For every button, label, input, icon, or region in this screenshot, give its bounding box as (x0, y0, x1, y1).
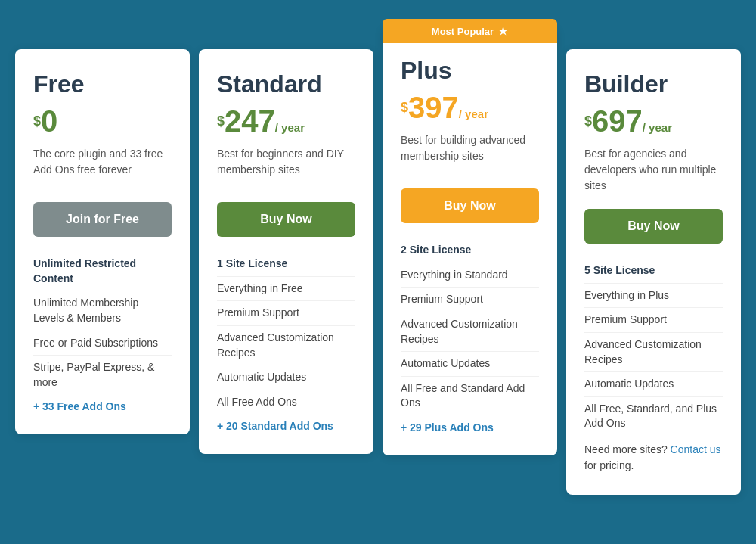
pricing-container: Free $0 The core plugin and 33 free Add … (15, 49, 741, 495)
feature-item: Premium Support (401, 287, 539, 312)
plan-description-free: The core plugin and 33 free Add Ons free… (33, 146, 172, 187)
feature-item: Automatic Updates (217, 365, 355, 390)
features-list-free: Unlimited Restricted ContentUnlimited Me… (33, 252, 172, 394)
feature-item: Unlimited Restricted Content (33, 252, 172, 291)
feature-item: 1 Site License (217, 252, 355, 276)
features-list-plus: 2 Site LicenseEverything in StandardPrem… (401, 238, 539, 415)
cta-button-builder[interactable]: Buy Now (584, 209, 723, 244)
features-list-standard: 1 Site LicenseEverything in FreePremium … (217, 252, 355, 414)
dollar-sign: $ (33, 113, 41, 129)
feature-item: Automatic Updates (584, 371, 723, 396)
plan-name-plus: Plus (401, 57, 539, 85)
cta-button-free[interactable]: Join for Free (33, 202, 172, 237)
price-amount: 397 (408, 91, 459, 124)
plan-price-free: $0 (33, 104, 172, 138)
star-icon: ★ (498, 25, 508, 37)
feature-item: Free or Paid Subscriptions (33, 331, 172, 356)
contact-link-builder[interactable]: Contact us (671, 443, 721, 455)
price-amount: 0 (41, 104, 57, 138)
dollar-sign: $ (584, 113, 592, 129)
feature-item: Automatic Updates (401, 351, 539, 376)
features-list-builder: 5 Site LicenseEverything in PlusPremium … (584, 259, 723, 436)
feature-item: Stripe, PayPal Express, & more (33, 355, 172, 394)
feature-item: Everything in Standard (401, 263, 539, 288)
plan-card-plus: Most Popular ★ Plus $397/ year Best for … (383, 26, 557, 455)
feature-item: All Free, Standard, and Plus Add Ons (584, 396, 723, 436)
feature-item: All Free and Standard Add Ons (401, 376, 539, 415)
plan-card-standard: Standard $247/ year Best for beginners a… (199, 49, 373, 454)
contact-text-builder: Need more sites? Contact us for pricing. (584, 442, 723, 474)
dollar-sign: $ (217, 113, 225, 129)
feature-item: Premium Support (584, 307, 723, 332)
plan-price-builder: $697/ year (584, 104, 723, 138)
feature-item: Advanced Customization Recipes (217, 325, 355, 365)
plan-card-builder: Builder $697/ year Best for agencies and… (566, 49, 741, 495)
feature-item: 2 Site License (401, 238, 539, 263)
plan-name-builder: Builder (584, 70, 723, 98)
price-amount: 247 (225, 104, 275, 138)
feature-item: Premium Support (217, 300, 355, 325)
feature-item: Everything in Plus (584, 283, 723, 308)
dollar-sign: $ (401, 100, 408, 115)
price-period: / year (275, 121, 305, 134)
popular-badge: Most Popular ★ (383, 19, 557, 43)
feature-item: Advanced Customization Recipes (401, 312, 539, 351)
feature-item: Everything in Free (217, 276, 355, 301)
addon-link-standard[interactable]: + 20 Standard Add Ons (217, 420, 333, 432)
price-period: / year (643, 121, 672, 134)
price-amount: 697 (592, 104, 643, 138)
feature-item: 5 Site License (584, 259, 723, 283)
addon-link-plus[interactable]: + 29 Plus Add Ons (401, 421, 494, 434)
plan-name-free: Free (33, 70, 172, 98)
feature-item: Advanced Customization Recipes (584, 332, 723, 371)
feature-item: Unlimited Membership Levels & Members (33, 291, 172, 330)
plan-description-builder: Best for agencies and developers who run… (584, 146, 723, 194)
plan-price-plus: $397/ year (401, 91, 539, 125)
plan-name-standard: Standard (217, 70, 355, 98)
feature-item: All Free Add Ons (217, 390, 355, 415)
cta-button-plus[interactable]: Buy Now (401, 188, 539, 223)
plan-card-free: Free $0 The core plugin and 33 free Add … (15, 49, 190, 434)
plan-description-plus: Best for building advanced membership si… (401, 132, 539, 173)
cta-button-standard[interactable]: Buy Now (217, 202, 355, 237)
addon-link-free[interactable]: + 33 Free Add Ons (33, 400, 126, 412)
price-period: / year (459, 107, 488, 120)
plan-price-standard: $247/ year (217, 104, 355, 138)
plan-description-standard: Best for beginners and DIY membership si… (217, 146, 355, 187)
popular-label: Most Popular (432, 26, 494, 37)
